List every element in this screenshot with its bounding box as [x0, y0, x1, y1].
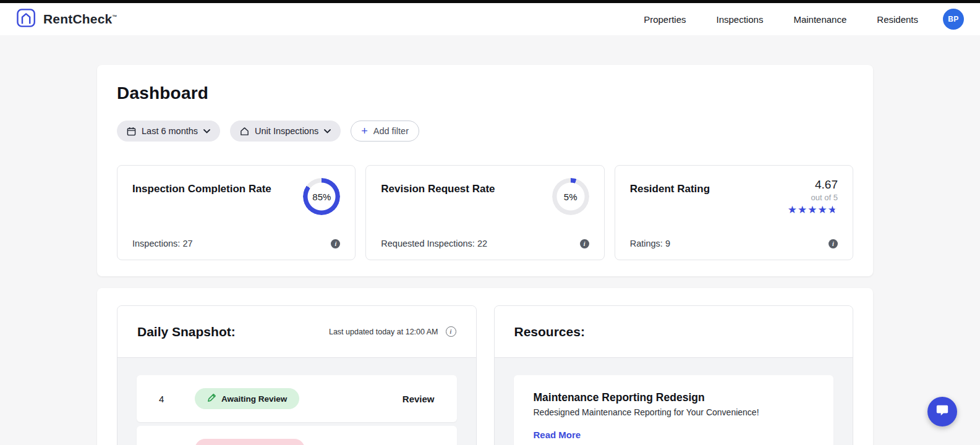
metric-footer-text: Ratings: 9	[630, 239, 670, 248]
page-title: Dashboard	[117, 83, 853, 103]
star-icon: ★	[798, 204, 807, 216]
metric-footer-text: Requested Inspections: 22	[381, 239, 487, 248]
nav-item-properties[interactable]: Properties	[644, 14, 686, 25]
rating-value: 4.67	[788, 178, 838, 192]
rentcheck-logo-icon	[16, 8, 38, 30]
inspection-type-label: Unit Inspections	[255, 126, 318, 136]
metric-title: Revision Request Rate	[381, 178, 495, 195]
lower-card: Daily Snapshot: Last updated today at 12…	[97, 288, 873, 445]
add-filter-label: Add filter	[373, 126, 409, 136]
star-icon: ★	[828, 204, 838, 216]
info-icon[interactable]: i	[580, 239, 589, 248]
main-nav: Properties Inspections Maintenance Resid…	[644, 14, 918, 25]
review-link[interactable]: Review	[403, 394, 435, 404]
date-range-label: Last 6 months	[142, 126, 198, 136]
daily-snapshot-panel: Daily Snapshot: Last updated today at 12…	[117, 305, 477, 445]
filter-bar: Last 6 months Unit Inspections + Add fil…	[117, 121, 853, 142]
snapshot-row-awaiting-review[interactable]: 4 Awaiting Review Review	[137, 375, 457, 422]
status-badge-label: Awaiting Review	[221, 394, 287, 404]
metric-title: Inspection Completion Rate	[132, 178, 271, 195]
date-range-filter[interactable]: Last 6 months	[117, 121, 220, 142]
chat-bubble-icon	[935, 404, 949, 420]
star-icon: ★	[817, 204, 827, 216]
status-badge-pink	[195, 439, 305, 445]
inspection-type-filter[interactable]: Unit Inspections	[230, 121, 341, 142]
resource-heading: Maintenance Reporting Redesign	[534, 391, 814, 404]
brand-name: RentCheck™	[43, 12, 117, 27]
nav-item-inspections[interactable]: Inspections	[717, 14, 764, 25]
home-icon	[240, 127, 249, 136]
resources-panel: Resources: Maintenance Reporting Redesig…	[494, 305, 854, 445]
resources-title: Resources:	[514, 324, 585, 339]
metric-card-revision-request: Revision Request Rate 5% Requested Inspe…	[365, 165, 604, 260]
snapshot-row-partial[interactable]	[137, 426, 457, 445]
last-updated-text: Last updated today at 12:00 AM	[329, 328, 438, 336]
donut-value: 5%	[552, 178, 589, 215]
revision-rate-donut-chart: 5%	[552, 178, 589, 215]
dashboard-card: Dashboard Last 6 months Unit Inspections	[97, 65, 873, 276]
metric-card-resident-rating: Resident Rating 4.67 out of 5 ★★★★★ Rati…	[615, 165, 853, 260]
metric-footer-text: Inspections: 27	[132, 239, 193, 248]
resource-card: Maintenance Reporting Redesign Redesigne…	[514, 375, 834, 445]
resident-rating-block: 4.67 out of 5 ★★★★★	[788, 178, 838, 217]
metric-cards: Inspection Completion Rate 85% Inspectio…	[117, 165, 853, 260]
calendar-icon	[127, 127, 136, 136]
star-rating: ★★★★★	[788, 204, 838, 216]
metric-title: Resident Rating	[630, 178, 710, 195]
info-icon[interactable]: i	[446, 326, 456, 337]
info-icon[interactable]: i	[331, 239, 340, 248]
chevron-down-icon	[324, 129, 331, 134]
star-icon: ★	[788, 204, 798, 216]
chevron-down-icon	[203, 129, 210, 134]
awaiting-review-icon	[207, 393, 216, 404]
nav-item-residents[interactable]: Residents	[877, 14, 918, 25]
user-avatar[interactable]: BP	[943, 9, 964, 30]
star-icon: ★	[807, 204, 817, 216]
metric-card-inspection-completion: Inspection Completion Rate 85% Inspectio…	[117, 165, 356, 260]
donut-value: 85%	[303, 178, 340, 215]
completion-rate-donut-chart: 85%	[303, 178, 340, 215]
rentcheck-logo[interactable]: RentCheck™	[16, 8, 117, 30]
trademark-symbol: ™	[113, 14, 117, 20]
nav-item-maintenance[interactable]: Maintenance	[793, 14, 846, 25]
info-icon[interactable]: i	[829, 239, 838, 248]
chat-launcher-button[interactable]	[927, 397, 957, 426]
top-navigation-bar: RentCheck™ Properties Inspections Mainte…	[0, 0, 980, 35]
row-count: 4	[159, 394, 168, 404]
status-badge-awaiting-review: Awaiting Review	[195, 388, 299, 409]
daily-snapshot-title: Daily Snapshot:	[137, 324, 236, 339]
add-filter-button[interactable]: + Add filter	[351, 121, 419, 142]
plus-icon: +	[361, 125, 368, 137]
resource-subheading: Redesigned Maintenance Reporting for You…	[534, 407, 814, 417]
rating-sub: out of 5	[788, 193, 838, 203]
read-more-link[interactable]: Read More	[534, 430, 581, 440]
